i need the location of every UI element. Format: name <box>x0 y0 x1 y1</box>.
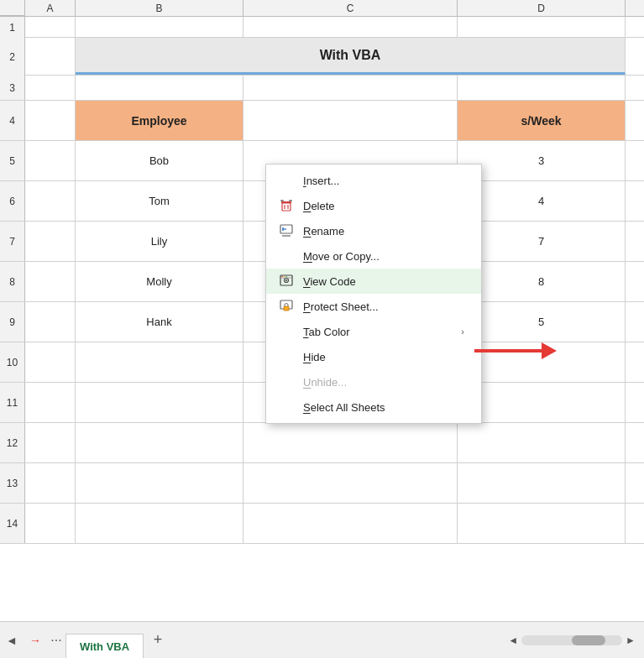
row-num-9: 9 <box>0 302 25 342</box>
cell-b5[interactable]: Bob <box>76 141 243 180</box>
menu-item-delete[interactable]: Delete <box>266 193 481 218</box>
cell-c13[interactable] <box>243 463 458 503</box>
emp-tom: Tom <box>149 195 170 207</box>
cell-d1[interactable] <box>458 17 626 38</box>
scrollbar-right-btn[interactable]: ► <box>626 634 636 646</box>
row-2: 2 With VBA <box>0 38 644 76</box>
row-num-8: 8 <box>0 262 25 301</box>
cell-b4[interactable]: Employee <box>76 101 243 140</box>
cell-d14[interactable] <box>458 504 626 543</box>
cell-d6[interactable]: 4 <box>458 181 626 221</box>
cell-b13[interactable] <box>76 463 243 503</box>
menu-item-insert[interactable]: Insert... <box>266 168 481 193</box>
svg-point-12 <box>285 279 287 281</box>
cell-a3[interactable] <box>25 76 76 100</box>
active-tab[interactable]: With VBA <box>65 634 144 659</box>
header-employee: Employee <box>131 114 186 128</box>
cell-b12[interactable] <box>76 423 243 462</box>
col-header-a: A <box>25 0 76 16</box>
cell-b14[interactable] <box>76 504 243 543</box>
cell-a9[interactable] <box>25 302 76 342</box>
row-num-1: 1 <box>0 17 25 38</box>
tab-more-button[interactable]: ··· <box>47 622 65 659</box>
menu-item-unhide[interactable]: Unhide... <box>266 369 481 394</box>
tab-nav-left[interactable]: ◄ <box>0 622 24 659</box>
menu-item-rename[interactable]: Rename <box>266 218 481 243</box>
cell-d4[interactable]: s/Week <box>458 101 626 140</box>
scrollbar-left-btn[interactable]: ◄ <box>508 634 518 646</box>
row-num-11: 11 <box>0 383 25 422</box>
tab-scrollbar-area: ◄ ► <box>169 634 644 646</box>
cell-c14[interactable] <box>243 504 458 543</box>
cell-a11[interactable] <box>25 383 76 422</box>
row-num-2: 2 <box>0 38 25 76</box>
emp-lily: Lily <box>151 235 168 248</box>
cell-d3[interactable] <box>458 76 626 100</box>
menu-item-protectsheet[interactable]: Protect Sheet... <box>266 294 481 319</box>
menu-unhide-label: Unhide... <box>303 376 464 389</box>
active-tab-label: With VBA <box>80 640 129 653</box>
cell-a10[interactable] <box>25 342 76 382</box>
cell-b9[interactable]: Hank <box>76 302 243 342</box>
cell-a8[interactable] <box>25 262 76 301</box>
row-14: 14 <box>0 504 644 544</box>
menu-item-moveorcopy[interactable]: Move or Copy... <box>266 243 481 269</box>
cell-c12[interactable] <box>243 423 458 462</box>
cell-a1[interactable] <box>25 17 76 38</box>
val-tom: 4 <box>538 195 544 207</box>
row-num-14: 14 <box>0 504 25 543</box>
tabcolor-icon <box>278 325 295 338</box>
cell-a2[interactable] <box>25 38 76 76</box>
row-num-3: 3 <box>0 76 25 100</box>
svg-rect-3 <box>282 203 291 211</box>
cell-b7[interactable]: Lily <box>76 222 243 261</box>
insert-icon <box>278 174 295 187</box>
viewcode-icon <box>278 274 295 288</box>
arrow-line <box>474 349 542 352</box>
cell-b6[interactable]: Tom <box>76 181 243 221</box>
cell-d13[interactable] <box>458 463 626 503</box>
cell-b3[interactable] <box>76 76 243 100</box>
cell-d7[interactable]: 7 <box>458 222 626 261</box>
svg-rect-18 <box>284 306 289 311</box>
menu-item-tabcolor[interactable]: Tab Color › <box>266 319 481 344</box>
row-4-header: 4 Employee s/Week <box>0 101 644 141</box>
row-num-6: 6 <box>0 181 25 221</box>
row-num-13: 13 <box>0 463 25 503</box>
scrollbar-track[interactable] <box>521 635 622 645</box>
svg-rect-2 <box>289 200 292 201</box>
menu-item-viewcode[interactable]: View Code <box>266 269 481 294</box>
menu-item-selectallsheets[interactable]: Select All Sheets <box>266 394 481 420</box>
cell-b1[interactable] <box>76 17 243 38</box>
header-hours: s/Week <box>521 114 562 128</box>
delete-icon <box>278 199 295 212</box>
scrollbar-thumb <box>572 635 605 645</box>
col-header-d: D <box>458 0 626 16</box>
cell-b10[interactable] <box>76 342 243 382</box>
cell-a13[interactable] <box>25 463 76 503</box>
add-sheet-button[interactable]: + <box>147 629 169 651</box>
menu-viewcode-label: View Code <box>303 275 464 288</box>
rename-icon <box>278 224 295 238</box>
cell-a5[interactable] <box>25 141 76 180</box>
cell-b11[interactable] <box>76 383 243 422</box>
cell-c3[interactable] <box>243 76 458 100</box>
cell-c4[interactable] <box>243 101 458 140</box>
cell-c1[interactable] <box>243 17 458 38</box>
cell-b8[interactable]: Molly <box>76 262 243 301</box>
cell-a12[interactable] <box>25 423 76 462</box>
cell-d11[interactable] <box>458 383 626 422</box>
tab-nav-right[interactable]: → <box>24 622 47 659</box>
cell-a4[interactable] <box>25 101 76 140</box>
cell-d8[interactable]: 8 <box>458 262 626 301</box>
cell-d9[interactable]: 5 <box>458 302 626 342</box>
cell-d12[interactable] <box>458 423 626 462</box>
cell-d5[interactable]: 3 <box>458 141 626 180</box>
col-header-b: B <box>76 0 243 16</box>
cell-a6[interactable] <box>25 181 76 221</box>
row-12: 12 <box>0 423 644 463</box>
menu-item-hide[interactable]: Hide <box>266 344 481 369</box>
cell-a7[interactable] <box>25 222 76 261</box>
title-cell: With VBA <box>76 38 626 75</box>
cell-a14[interactable] <box>25 504 76 543</box>
